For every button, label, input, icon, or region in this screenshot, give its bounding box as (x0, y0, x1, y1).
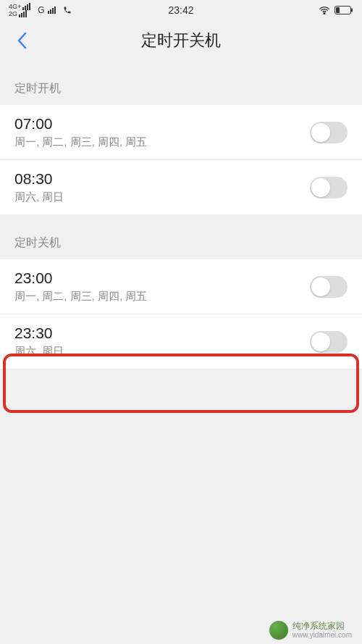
watermark: 纯净系统家园 www.yidaimei.com (269, 621, 352, 640)
schedule-item[interactable]: 08:30 周六, 周日 (0, 160, 362, 215)
schedule-days: 周一, 周二, 周三, 周四, 周五 (14, 290, 310, 304)
page-title: 定时开关机 (141, 30, 221, 51)
schedule-time: 07:00 (14, 115, 310, 133)
svg-rect-2 (351, 9, 353, 12)
status-left: 4G+ 2G G (9, 3, 72, 17)
toggle-switch[interactable] (310, 276, 348, 298)
network-label-2: 2G (9, 11, 17, 17)
watermark-line1: 纯净系统家园 (292, 621, 352, 631)
signal-bars-icon (22, 3, 30, 10)
status-time: 23:42 (168, 4, 193, 16)
svg-rect-3 (336, 7, 340, 13)
toggle-switch[interactable] (310, 331, 348, 353)
section-header-power-off: 定时关机 (0, 215, 362, 259)
wifi-icon (319, 6, 330, 14)
phone-icon (63, 6, 72, 14)
signal-bars-icon (48, 7, 56, 14)
back-button[interactable] (7, 26, 36, 55)
toggle-switch[interactable] (310, 177, 348, 198)
schedule-time: 23:00 (14, 269, 310, 287)
schedule-days: 周一, 周二, 周三, 周四, 周五 (14, 135, 310, 149)
schedule-item[interactable]: 07:00 周一, 周二, 周三, 周四, 周五 (0, 105, 362, 160)
section-header-power-on: 定时开机 (0, 61, 362, 105)
status-right (319, 6, 353, 14)
status-bar: 4G+ 2G G 23:42 (0, 0, 362, 20)
network-label-1: 4G+ (9, 4, 21, 10)
toggle-switch[interactable] (310, 122, 348, 143)
chevron-left-icon (17, 32, 27, 49)
schedule-days: 周六, 周日 (14, 191, 310, 204)
battery-icon (334, 6, 353, 14)
signal-bars-icon (19, 10, 27, 17)
watermark-logo-icon (269, 621, 288, 640)
schedule-item[interactable]: 23:30 周六, 周日 (0, 314, 362, 369)
network-label-3: G (38, 5, 44, 15)
watermark-line2: www.yidaimei.com (292, 631, 352, 640)
schedule-time: 23:30 (14, 325, 310, 342)
svg-point-0 (324, 13, 325, 14)
schedule-time: 08:30 (14, 170, 310, 188)
schedule-days: 周六, 周日 (14, 345, 310, 359)
schedule-item[interactable]: 23:00 周一, 周二, 周三, 周四, 周五 (0, 259, 362, 314)
nav-bar: 定时开关机 (0, 20, 362, 61)
